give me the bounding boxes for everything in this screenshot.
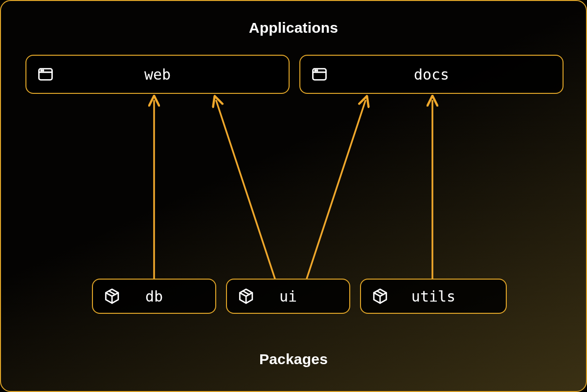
package-node-ui: ui	[226, 279, 350, 314]
package-box-icon	[238, 288, 254, 305]
svg-point-6	[315, 70, 316, 71]
app-node-docs: docs	[299, 55, 564, 94]
package-box-icon	[372, 288, 388, 305]
app-node-web: web	[25, 55, 290, 94]
app-node-label: web	[54, 66, 261, 83]
package-node-label: db	[120, 288, 188, 305]
edge-ui-to-docs	[307, 101, 365, 279]
diagram-frame: Applications Packages web	[0, 0, 587, 392]
app-node-label: docs	[328, 66, 535, 83]
package-node-db: db	[92, 279, 216, 314]
svg-point-2	[41, 70, 42, 71]
app-window-icon	[37, 66, 54, 83]
package-node-label: ui	[254, 288, 322, 305]
svg-point-7	[316, 70, 317, 71]
edge-ui-to-web	[216, 101, 275, 279]
svg-point-3	[43, 70, 44, 71]
package-box-icon	[104, 288, 120, 305]
package-node-label: utils	[388, 288, 478, 305]
app-window-icon	[311, 66, 328, 83]
package-node-utils: utils	[360, 279, 507, 314]
